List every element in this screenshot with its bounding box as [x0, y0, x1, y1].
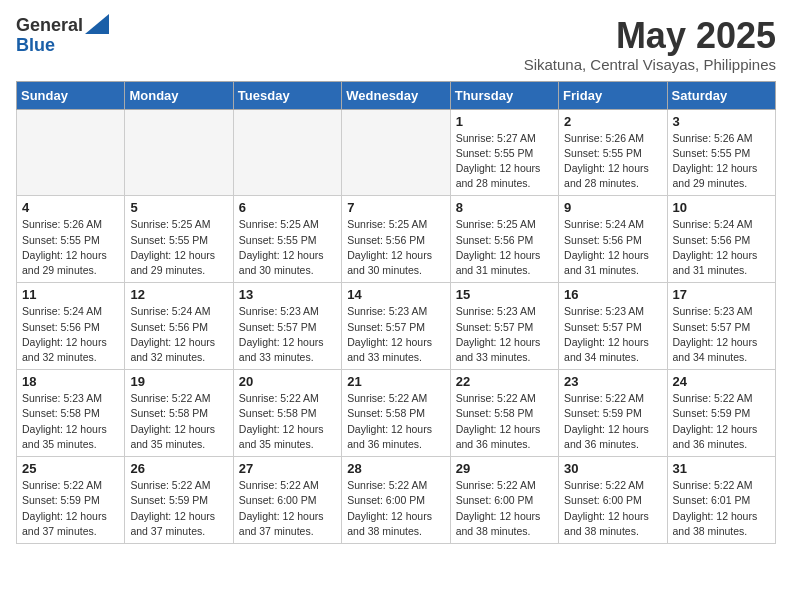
- calendar-cell: 16Sunrise: 5:23 AMSunset: 5:57 PMDayligh…: [559, 283, 667, 370]
- day-info: Sunrise: 5:23 AMSunset: 5:57 PMDaylight:…: [673, 304, 770, 365]
- calendar: SundayMondayTuesdayWednesdayThursdayFrid…: [16, 81, 776, 544]
- week-row-1: 1Sunrise: 5:27 AMSunset: 5:55 PMDaylight…: [17, 109, 776, 196]
- day-number: 5: [130, 200, 227, 215]
- day-info: Sunrise: 5:22 AMSunset: 6:00 PMDaylight:…: [564, 478, 661, 539]
- day-info: Sunrise: 5:25 AMSunset: 5:55 PMDaylight:…: [239, 217, 336, 278]
- calendar-cell: 25Sunrise: 5:22 AMSunset: 5:59 PMDayligh…: [17, 457, 125, 544]
- day-info: Sunrise: 5:22 AMSunset: 6:01 PMDaylight:…: [673, 478, 770, 539]
- day-info: Sunrise: 5:23 AMSunset: 5:57 PMDaylight:…: [239, 304, 336, 365]
- day-number: 2: [564, 114, 661, 129]
- calendar-cell: 24Sunrise: 5:22 AMSunset: 5:59 PMDayligh…: [667, 370, 775, 457]
- logo-icon: [85, 14, 109, 34]
- day-info: Sunrise: 5:22 AMSunset: 5:59 PMDaylight:…: [673, 391, 770, 452]
- day-info: Sunrise: 5:22 AMSunset: 5:58 PMDaylight:…: [456, 391, 553, 452]
- calendar-cell: 28Sunrise: 5:22 AMSunset: 6:00 PMDayligh…: [342, 457, 450, 544]
- day-number: 13: [239, 287, 336, 302]
- day-number: 30: [564, 461, 661, 476]
- weekday-tuesday: Tuesday: [233, 81, 341, 109]
- day-number: 20: [239, 374, 336, 389]
- calendar-cell: 20Sunrise: 5:22 AMSunset: 5:58 PMDayligh…: [233, 370, 341, 457]
- day-info: Sunrise: 5:25 AMSunset: 5:55 PMDaylight:…: [130, 217, 227, 278]
- day-info: Sunrise: 5:22 AMSunset: 5:58 PMDaylight:…: [239, 391, 336, 452]
- day-number: 9: [564, 200, 661, 215]
- calendar-cell: 18Sunrise: 5:23 AMSunset: 5:58 PMDayligh…: [17, 370, 125, 457]
- calendar-cell: 6Sunrise: 5:25 AMSunset: 5:55 PMDaylight…: [233, 196, 341, 283]
- day-number: 3: [673, 114, 770, 129]
- day-number: 16: [564, 287, 661, 302]
- calendar-cell: 12Sunrise: 5:24 AMSunset: 5:56 PMDayligh…: [125, 283, 233, 370]
- location: Sikatuna, Central Visayas, Philippines: [524, 56, 776, 73]
- day-info: Sunrise: 5:27 AMSunset: 5:55 PMDaylight:…: [456, 131, 553, 192]
- day-info: Sunrise: 5:23 AMSunset: 5:58 PMDaylight:…: [22, 391, 119, 452]
- calendar-cell: 11Sunrise: 5:24 AMSunset: 5:56 PMDayligh…: [17, 283, 125, 370]
- calendar-cell: 1Sunrise: 5:27 AMSunset: 5:55 PMDaylight…: [450, 109, 558, 196]
- day-info: Sunrise: 5:24 AMSunset: 5:56 PMDaylight:…: [130, 304, 227, 365]
- day-info: Sunrise: 5:22 AMSunset: 5:58 PMDaylight:…: [130, 391, 227, 452]
- day-info: Sunrise: 5:24 AMSunset: 5:56 PMDaylight:…: [564, 217, 661, 278]
- day-number: 11: [22, 287, 119, 302]
- day-info: Sunrise: 5:23 AMSunset: 5:57 PMDaylight:…: [347, 304, 444, 365]
- logo-general: General: [16, 16, 83, 36]
- day-number: 15: [456, 287, 553, 302]
- day-number: 18: [22, 374, 119, 389]
- logo: General Blue: [16, 16, 109, 56]
- page-header: General Blue May 2025 Sikatuna, Central …: [16, 16, 776, 73]
- week-row-3: 11Sunrise: 5:24 AMSunset: 5:56 PMDayligh…: [17, 283, 776, 370]
- day-info: Sunrise: 5:23 AMSunset: 5:57 PMDaylight:…: [564, 304, 661, 365]
- day-number: 1: [456, 114, 553, 129]
- day-info: Sunrise: 5:24 AMSunset: 5:56 PMDaylight:…: [673, 217, 770, 278]
- title-block: May 2025 Sikatuna, Central Visayas, Phil…: [524, 16, 776, 73]
- day-number: 7: [347, 200, 444, 215]
- day-info: Sunrise: 5:26 AMSunset: 5:55 PMDaylight:…: [564, 131, 661, 192]
- weekday-saturday: Saturday: [667, 81, 775, 109]
- calendar-cell: 22Sunrise: 5:22 AMSunset: 5:58 PMDayligh…: [450, 370, 558, 457]
- day-info: Sunrise: 5:22 AMSunset: 6:00 PMDaylight:…: [239, 478, 336, 539]
- day-info: Sunrise: 5:22 AMSunset: 5:58 PMDaylight:…: [347, 391, 444, 452]
- day-number: 26: [130, 461, 227, 476]
- calendar-cell: [342, 109, 450, 196]
- calendar-cell: 19Sunrise: 5:22 AMSunset: 5:58 PMDayligh…: [125, 370, 233, 457]
- calendar-cell: 4Sunrise: 5:26 AMSunset: 5:55 PMDaylight…: [17, 196, 125, 283]
- weekday-header: SundayMondayTuesdayWednesdayThursdayFrid…: [17, 81, 776, 109]
- day-info: Sunrise: 5:25 AMSunset: 5:56 PMDaylight:…: [347, 217, 444, 278]
- calendar-cell: 21Sunrise: 5:22 AMSunset: 5:58 PMDayligh…: [342, 370, 450, 457]
- calendar-cell: 27Sunrise: 5:22 AMSunset: 6:00 PMDayligh…: [233, 457, 341, 544]
- day-info: Sunrise: 5:26 AMSunset: 5:55 PMDaylight:…: [22, 217, 119, 278]
- day-number: 14: [347, 287, 444, 302]
- weekday-thursday: Thursday: [450, 81, 558, 109]
- weekday-monday: Monday: [125, 81, 233, 109]
- day-number: 24: [673, 374, 770, 389]
- calendar-body: 1Sunrise: 5:27 AMSunset: 5:55 PMDaylight…: [17, 109, 776, 543]
- day-info: Sunrise: 5:26 AMSunset: 5:55 PMDaylight:…: [673, 131, 770, 192]
- logo-blue: Blue: [16, 36, 109, 56]
- calendar-cell: [17, 109, 125, 196]
- day-number: 31: [673, 461, 770, 476]
- calendar-cell: 9Sunrise: 5:24 AMSunset: 5:56 PMDaylight…: [559, 196, 667, 283]
- day-number: 10: [673, 200, 770, 215]
- logo-text: General Blue: [16, 16, 109, 56]
- calendar-cell: 2Sunrise: 5:26 AMSunset: 5:55 PMDaylight…: [559, 109, 667, 196]
- calendar-cell: 14Sunrise: 5:23 AMSunset: 5:57 PMDayligh…: [342, 283, 450, 370]
- calendar-cell: 15Sunrise: 5:23 AMSunset: 5:57 PMDayligh…: [450, 283, 558, 370]
- day-number: 8: [456, 200, 553, 215]
- day-number: 22: [456, 374, 553, 389]
- day-number: 27: [239, 461, 336, 476]
- day-number: 28: [347, 461, 444, 476]
- week-row-2: 4Sunrise: 5:26 AMSunset: 5:55 PMDaylight…: [17, 196, 776, 283]
- day-info: Sunrise: 5:22 AMSunset: 6:00 PMDaylight:…: [347, 478, 444, 539]
- week-row-5: 25Sunrise: 5:22 AMSunset: 5:59 PMDayligh…: [17, 457, 776, 544]
- day-info: Sunrise: 5:25 AMSunset: 5:56 PMDaylight:…: [456, 217, 553, 278]
- day-number: 25: [22, 461, 119, 476]
- day-info: Sunrise: 5:22 AMSunset: 5:59 PMDaylight:…: [22, 478, 119, 539]
- calendar-cell: 30Sunrise: 5:22 AMSunset: 6:00 PMDayligh…: [559, 457, 667, 544]
- calendar-cell: [233, 109, 341, 196]
- day-number: 12: [130, 287, 227, 302]
- day-number: 21: [347, 374, 444, 389]
- calendar-cell: 3Sunrise: 5:26 AMSunset: 5:55 PMDaylight…: [667, 109, 775, 196]
- calendar-cell: 29Sunrise: 5:22 AMSunset: 6:00 PMDayligh…: [450, 457, 558, 544]
- day-number: 29: [456, 461, 553, 476]
- weekday-sunday: Sunday: [17, 81, 125, 109]
- day-info: Sunrise: 5:24 AMSunset: 5:56 PMDaylight:…: [22, 304, 119, 365]
- day-number: 17: [673, 287, 770, 302]
- calendar-cell: 5Sunrise: 5:25 AMSunset: 5:55 PMDaylight…: [125, 196, 233, 283]
